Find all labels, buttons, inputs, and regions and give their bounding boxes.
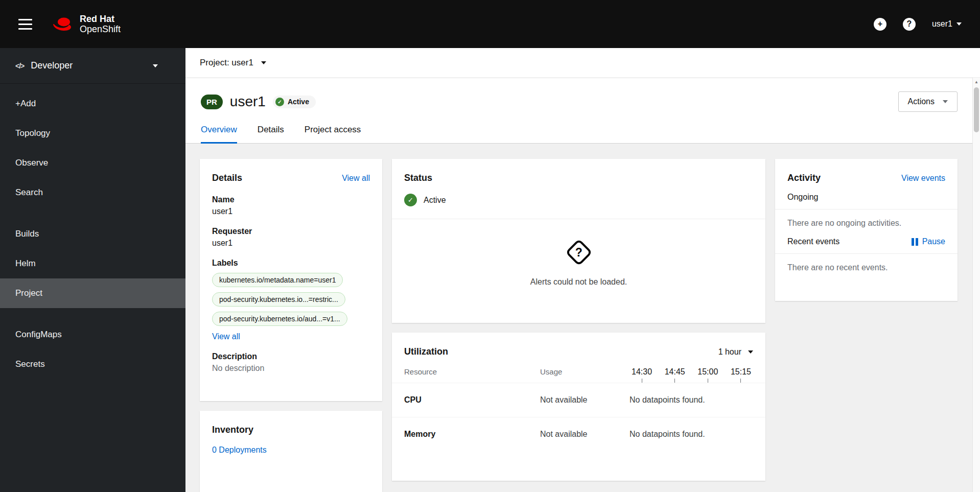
- status-card-title: Status: [404, 173, 432, 183]
- axis-tick: [642, 379, 642, 383]
- details-card-title: Details: [212, 173, 242, 183]
- label-pill: pod-security.kubernetes.io/aud...=v1...: [212, 312, 347, 326]
- page-header: PR user1 ✓ Active Actions Overview Detai…: [185, 78, 980, 144]
- hamburger-icon: [18, 19, 32, 20]
- caret-down-icon: [943, 100, 948, 103]
- recent-events-heading: Recent events: [787, 237, 839, 246]
- perspective-switcher[interactable]: </> Developer: [0, 48, 185, 84]
- user-menu-label: user1: [932, 19, 952, 29]
- project-selector-label: Project: user1: [200, 58, 253, 68]
- caret-down-icon: [153, 64, 158, 67]
- name-value: user1: [212, 207, 370, 216]
- axis-tick: [740, 379, 741, 383]
- plus-circle-icon: +: [874, 18, 886, 31]
- time-axis: 14:30 14:45 15:00 15:15: [629, 367, 753, 383]
- redhat-hat-icon: [52, 16, 74, 32]
- sidebar-item-search[interactable]: Search: [0, 178, 185, 207]
- inventory-card-title: Inventory: [212, 425, 253, 435]
- inventory-card: Inventory 0 Deployments: [200, 411, 382, 492]
- resource-name: Memory: [404, 430, 540, 439]
- actions-dropdown[interactable]: Actions: [898, 91, 958, 112]
- sidebar-item-configmaps[interactable]: ConfigMaps: [0, 320, 185, 349]
- resource-usage: Not available: [540, 395, 629, 405]
- resource-chart-message: No datapoints found.: [629, 430, 753, 439]
- resource-usage: Not available: [540, 430, 629, 439]
- code-icon: </>: [15, 62, 24, 70]
- user-menu[interactable]: user1: [932, 19, 962, 29]
- ongoing-empty-message: There are no ongoing activities.: [775, 209, 958, 237]
- project-selector[interactable]: Project: user1: [200, 58, 266, 68]
- sidebar-item-add[interactable]: +Add: [0, 89, 185, 119]
- label-pill: pod-security.kubernetes.io...=restric...: [212, 292, 345, 307]
- usage-column-header: Usage: [540, 367, 629, 376]
- caret-down-icon: [956, 22, 962, 26]
- menu-toggle-button[interactable]: [15, 16, 35, 33]
- sidebar: </> Developer +Add Topology Observe Sear…: [0, 48, 185, 492]
- tab-overview[interactable]: Overview: [201, 125, 237, 144]
- help-button[interactable]: ?: [903, 18, 916, 31]
- requester-value: user1: [212, 239, 370, 248]
- utilization-card-title: Utilization: [404, 346, 448, 357]
- project-status-badge: ✓ Active: [273, 96, 316, 108]
- sidebar-item-topology[interactable]: Topology: [0, 119, 185, 148]
- caret-down-icon: [261, 61, 266, 64]
- brand-logo: Red Hat OpenShift: [52, 14, 121, 34]
- label-pill: kubernetes.io/metadata.name=user1: [212, 273, 343, 287]
- duration-dropdown[interactable]: 1 hour: [718, 347, 753, 357]
- resource-column-header: Resource: [404, 367, 540, 376]
- scrollbar-thumb[interactable]: [974, 87, 979, 132]
- recent-events-empty-message: There are no recent events.: [775, 254, 958, 282]
- requester-label: Requester: [212, 227, 370, 236]
- sidebar-item-builds[interactable]: Builds: [0, 219, 185, 249]
- tab-project-access[interactable]: Project access: [305, 125, 361, 144]
- sidebar-item-secrets[interactable]: Secrets: [0, 349, 185, 379]
- deployments-link[interactable]: 0 Deployments: [212, 446, 267, 454]
- utilization-card: Utilization 1 hour Resource Usage 14:30: [392, 333, 765, 481]
- sidebar-item-helm[interactable]: Helm: [0, 249, 185, 278]
- resource-chart-message: No datapoints found.: [629, 395, 753, 405]
- resource-name: CPU: [404, 395, 540, 405]
- activity-card-title: Activity: [787, 173, 821, 183]
- main-area: Project: user1 PR user1 ✓ Active Actions: [185, 48, 980, 492]
- utilization-row-cpu: CPU Not available No datapoints found.: [392, 383, 765, 417]
- brand-product-name: OpenShift: [80, 24, 121, 34]
- add-shortcut-button[interactable]: +: [874, 18, 886, 31]
- scroll-up-arrow[interactable]: ▲: [973, 78, 980, 86]
- view-events-link[interactable]: View events: [901, 174, 945, 183]
- tab-details[interactable]: Details: [258, 125, 284, 144]
- tab-bar: Overview Details Project access: [185, 125, 980, 143]
- sidebar-item-project[interactable]: Project: [0, 278, 185, 308]
- details-card: Details View all Name user1 Requester us…: [200, 159, 382, 401]
- unknown-status-icon: ?: [565, 239, 593, 266]
- scroll-region: PR user1 ✓ Active Actions Overview Detai…: [185, 78, 980, 492]
- utilization-row-memory: Memory Not available No datapoints found…: [392, 417, 765, 451]
- project-resource-badge: PR: [201, 95, 223, 109]
- description-value: No description: [212, 364, 370, 373]
- pause-icon: [912, 238, 918, 246]
- labels-label: Labels: [212, 259, 370, 268]
- overview-dashboard: Details View all Name user1 Requester us…: [185, 144, 980, 492]
- description-label: Description: [212, 352, 370, 361]
- axis-tick: [708, 379, 708, 383]
- check-circle-icon: ✓: [404, 194, 417, 206]
- brand-name: Red Hat: [80, 14, 121, 24]
- alerts-empty-message: Alerts could not be loaded.: [530, 277, 627, 287]
- scrollbar[interactable]: ▲: [972, 78, 980, 492]
- axis-tick: [674, 379, 675, 383]
- page-title: user1: [230, 93, 266, 110]
- status-active-label: Active: [424, 196, 446, 205]
- status-card: Status ✓ Active ? Alerts could not be lo…: [392, 159, 765, 323]
- ongoing-heading: Ongoing: [775, 193, 958, 202]
- labels-view-all-link[interactable]: View all: [212, 332, 240, 341]
- perspective-label: Developer: [31, 60, 73, 71]
- project-status-label: Active: [288, 98, 309, 106]
- check-circle-icon: ✓: [275, 98, 284, 106]
- name-label: Name: [212, 195, 370, 204]
- caret-down-icon: [748, 350, 753, 354]
- details-view-all-link[interactable]: View all: [342, 174, 370, 183]
- question-circle-icon: ?: [903, 18, 916, 31]
- namespace-bar: Project: user1: [185, 48, 980, 78]
- pause-button[interactable]: Pause: [912, 237, 945, 246]
- sidebar-item-observe[interactable]: Observe: [0, 148, 185, 178]
- masthead: Red Hat OpenShift + ? user1: [0, 0, 980, 48]
